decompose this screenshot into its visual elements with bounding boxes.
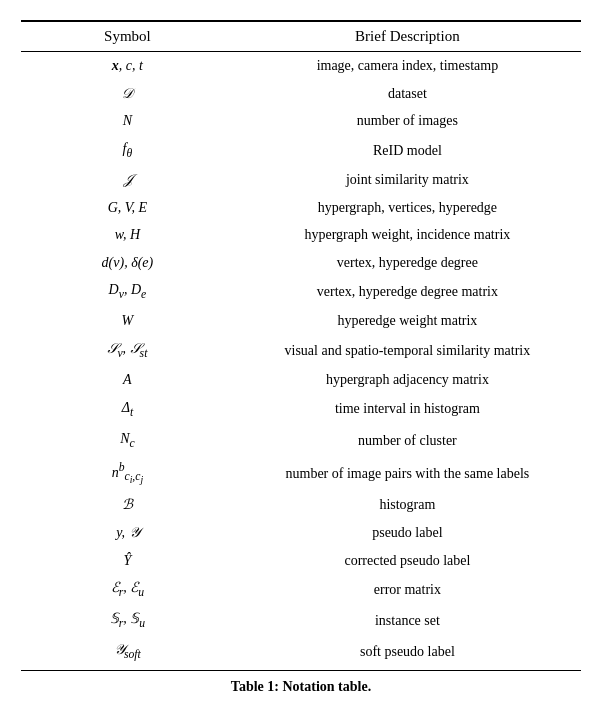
table-row: nbci,cjnumber of image pairs with the sa… (21, 456, 581, 491)
notation-table: Symbol Brief Description x, c, timage, c… (21, 20, 581, 671)
description-cell: hypergraph adjacency matrix (234, 366, 581, 394)
description-cell: number of images (234, 107, 581, 135)
description-cell: hypergraph, vertices, hyperedge (234, 194, 581, 222)
description-cell: corrected pseudo label (234, 547, 581, 575)
description-cell: hyperedge weight matrix (234, 307, 581, 335)
description-cell: ReID model (234, 135, 581, 166)
symbol-cell: 𝒮v, 𝒮st (21, 335, 234, 366)
description-header: Brief Description (234, 21, 581, 52)
table-row: 𝒴softsoft pseudo label (21, 636, 581, 670)
table-row: ℰr, ℰuerror matrix (21, 574, 581, 605)
table-row: Ncnumber of cluster (21, 425, 581, 456)
table-row: 𝒮v, 𝒮stvisual and spatio-temporal simila… (21, 335, 581, 366)
table-row: 𝕊r, 𝕊uinstance set (21, 605, 581, 636)
symbol-cell: N (21, 107, 234, 135)
symbol-cell: A (21, 366, 234, 394)
symbol-cell: x, c, t (21, 52, 234, 80)
description-cell: joint similarity matrix (234, 166, 581, 194)
description-cell: vertex, hyperedge degree matrix (234, 276, 581, 307)
table-row: w, Hhypergraph weight, incidence matrix (21, 221, 581, 249)
table-row: ℬhistogram (21, 491, 581, 519)
symbol-header: Symbol (21, 21, 234, 52)
table-row: fθReID model (21, 135, 581, 166)
table-row: Ahypergraph adjacency matrix (21, 366, 581, 394)
table-row: y, 𝒴pseudo label (21, 519, 581, 547)
table-row: Δttime interval in histogram (21, 394, 581, 425)
table-row: Whyperedge weight matrix (21, 307, 581, 335)
description-cell: error matrix (234, 574, 581, 605)
description-cell: dataset (234, 80, 581, 108)
description-cell: number of image pairs with the same labe… (234, 456, 581, 491)
table-row: Ŷcorrected pseudo label (21, 547, 581, 575)
symbol-cell: 𝒴soft (21, 636, 234, 670)
symbol-cell: ℰr, ℰu (21, 574, 234, 605)
symbol-cell: 𝕊r, 𝕊u (21, 605, 234, 636)
description-cell: instance set (234, 605, 581, 636)
notation-table-container: Symbol Brief Description x, c, timage, c… (21, 20, 581, 695)
table-row: x, c, timage, camera index, timestamp (21, 52, 581, 80)
symbol-cell: Dv, De (21, 276, 234, 307)
table-header-row: Symbol Brief Description (21, 21, 581, 52)
table-row: Nnumber of images (21, 107, 581, 135)
table-caption: Table 1: Notation table. (21, 679, 581, 695)
symbol-cell: Δt (21, 394, 234, 425)
description-cell: visual and spatio-temporal similarity ma… (234, 335, 581, 366)
description-cell: image, camera index, timestamp (234, 52, 581, 80)
symbol-cell: Ŷ (21, 547, 234, 575)
table-row: 𝒟dataset (21, 80, 581, 108)
symbol-cell: nbci,cj (21, 456, 234, 491)
symbol-cell: ℬ (21, 491, 234, 519)
description-cell: number of cluster (234, 425, 581, 456)
symbol-cell: W (21, 307, 234, 335)
symbol-cell: d(v), δ(e) (21, 249, 234, 277)
description-cell: vertex, hyperedge degree (234, 249, 581, 277)
table-row: G, V, Ehypergraph, vertices, hyperedge (21, 194, 581, 222)
symbol-cell: 𝒟 (21, 80, 234, 108)
symbol-cell: w, H (21, 221, 234, 249)
symbol-cell: 𝒥 (21, 166, 234, 194)
table-row: d(v), δ(e)vertex, hyperedge degree (21, 249, 581, 277)
description-cell: histogram (234, 491, 581, 519)
description-cell: hypergraph weight, incidence matrix (234, 221, 581, 249)
table-row: 𝒥joint similarity matrix (21, 166, 581, 194)
symbol-cell: G, V, E (21, 194, 234, 222)
symbol-cell: y, 𝒴 (21, 519, 234, 547)
table-row: Dv, Devertex, hyperedge degree matrix (21, 276, 581, 307)
symbol-cell: Nc (21, 425, 234, 456)
description-cell: pseudo label (234, 519, 581, 547)
description-cell: soft pseudo label (234, 636, 581, 670)
symbol-cell: fθ (21, 135, 234, 166)
description-cell: time interval in histogram (234, 394, 581, 425)
